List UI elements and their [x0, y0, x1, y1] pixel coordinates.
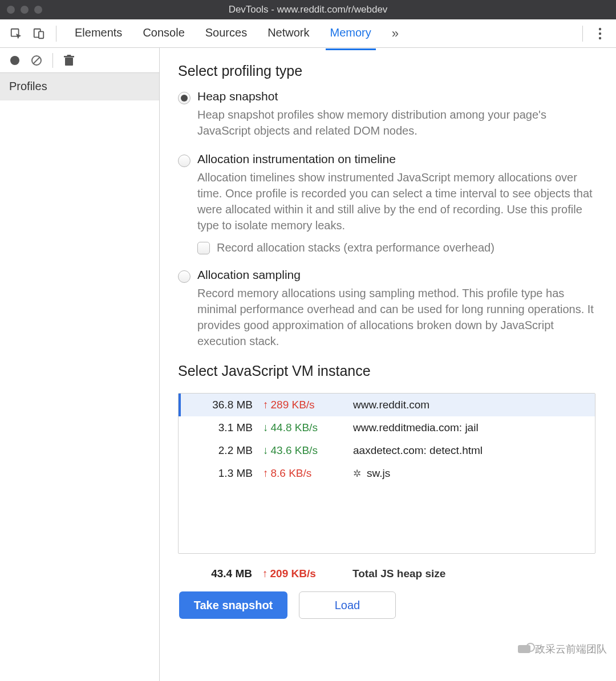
vm-size: 1.3 MB: [190, 467, 253, 480]
window-titlebar: DevTools - www.reddit.com/r/webdev: [0, 0, 616, 19]
svg-point-4: [599, 32, 601, 34]
record-stacks-label: Record allocation stacks (extra performa…: [217, 241, 495, 254]
panel-tabs: Elements Console Sources Network Memory …: [75, 21, 399, 47]
option-description: Heap snapshot profiles show memory distr…: [197, 107, 595, 139]
radio-heap[interactable]: [178, 92, 191, 104]
window-title: DevTools - www.reddit.com/r/webdev: [0, 4, 616, 15]
svg-point-5: [599, 37, 601, 39]
main-split: Profiles Select profiling type Heap snap…: [0, 48, 616, 681]
arrow-up-icon: ↑: [263, 467, 269, 480]
total-label: Total JS heap size: [352, 568, 586, 580]
vm-size: 2.2 MB: [190, 444, 253, 457]
option-title: Allocation instrumentation on timeline: [197, 152, 595, 166]
tab-sources[interactable]: Sources: [205, 21, 247, 47]
gear-icon: ✲: [353, 468, 361, 480]
clear-button[interactable]: [29, 52, 44, 68]
svg-point-6: [10, 56, 19, 65]
tab-memory[interactable]: Memory: [330, 21, 371, 47]
radio-timeline[interactable]: [178, 155, 191, 167]
watermark: 政采云前端团队: [518, 642, 607, 656]
vm-row[interactable]: 2.2 MB ↓43.6 KB/s aaxdetect.com: detect.…: [179, 439, 595, 462]
option-title: Allocation sampling: [197, 268, 595, 282]
arrow-down-icon: ↓: [263, 444, 269, 457]
profiles-category[interactable]: Profiles: [0, 73, 159, 100]
memory-panel-content: Select profiling type Heap snapshot Heap…: [160, 48, 616, 681]
chevron-double-right-icon: »: [392, 26, 399, 40]
vm-name: aaxdetect.com: detect.html: [353, 444, 586, 457]
vm-size: 36.8 MB: [190, 399, 253, 411]
toolbar-divider: [52, 53, 53, 68]
option-title: Heap snapshot: [197, 90, 595, 103]
devtools-tabbar: Elements Console Sources Network Memory …: [0, 19, 616, 48]
vm-heading: Select JavaScript VM instance: [178, 363, 595, 379]
profiling-option-heap[interactable]: Heap snapshot Heap snapshot profiles sho…: [178, 90, 595, 139]
svg-rect-9: [65, 58, 73, 66]
profiling-heading: Select profiling type: [178, 63, 595, 79]
profiling-option-timeline[interactable]: Allocation instrumentation on timeline A…: [178, 152, 595, 254]
vm-name: www.reddit.com: [353, 399, 586, 411]
profiles-sidebar: Profiles: [0, 48, 160, 681]
total-heap-row: 43.4 MB ↑209 KB/s Total JS heap size: [178, 564, 595, 583]
vm-name: ✲ sw.js: [353, 467, 586, 480]
toolbar-divider: [56, 26, 56, 42]
tab-console[interactable]: Console: [143, 21, 184, 47]
close-window-button[interactable]: [7, 6, 15, 14]
radio-sampling[interactable]: [178, 270, 191, 283]
record-stacks-row: Record allocation stacks (extra performa…: [197, 241, 595, 254]
vm-name: www.redditmedia.com: jail: [353, 421, 586, 434]
tab-elements[interactable]: Elements: [75, 21, 122, 47]
vm-rate: ↑289 KB/s: [263, 399, 343, 411]
arrow-up-icon: ↑: [262, 568, 268, 580]
arrow-down-icon: ↓: [263, 421, 269, 434]
vm-row[interactable]: 3.1 MB ↓44.8 KB/s www.redditmedia.com: j…: [179, 416, 595, 439]
profiles-toolbar: [0, 48, 159, 73]
vm-size: 3.1 MB: [190, 421, 253, 434]
device-icon[interactable]: [30, 23, 48, 44]
profiles-list: Profiles: [0, 73, 159, 681]
kebab-menu-button[interactable]: [591, 23, 609, 44]
action-buttons: Take snapshot Load: [178, 591, 595, 619]
vm-rate: ↑8.6 KB/s: [263, 467, 343, 480]
record-button[interactable]: [7, 52, 23, 68]
tab-network[interactable]: Network: [268, 21, 309, 47]
record-stacks-checkbox[interactable]: [197, 242, 210, 254]
svg-rect-11: [67, 55, 71, 56]
minimize-window-button[interactable]: [21, 6, 29, 14]
vm-rate: ↓44.8 KB/s: [263, 421, 343, 434]
option-description: Allocation timelines show instrumented J…: [197, 169, 595, 233]
option-description: Record memory allocations using sampling…: [197, 285, 595, 349]
delete-button[interactable]: [61, 52, 77, 68]
vm-row[interactable]: 36.8 MB ↑289 KB/s www.reddit.com: [179, 394, 595, 416]
svg-rect-2: [39, 31, 43, 38]
zoom-window-button[interactable]: [34, 6, 42, 14]
total-size: 43.4 MB: [189, 568, 252, 580]
vm-instance-table: 36.8 MB ↑289 KB/s www.reddit.com 3.1 MB …: [178, 393, 595, 554]
total-rate: ↑209 KB/s: [262, 568, 342, 580]
vm-rate: ↓43.6 KB/s: [263, 444, 343, 457]
tabs-overflow-button[interactable]: »: [392, 21, 399, 47]
vm-row[interactable]: 1.3 MB ↑8.6 KB/s ✲ sw.js: [179, 462, 595, 485]
wechat-icon: [518, 645, 530, 653]
take-snapshot-button[interactable]: Take snapshot: [179, 591, 287, 619]
load-button[interactable]: Load: [299, 591, 396, 619]
svg-line-8: [33, 57, 40, 64]
toolbar-divider: [582, 26, 583, 42]
traffic-lights: [7, 6, 42, 14]
arrow-up-icon: ↑: [263, 399, 269, 411]
inspect-icon[interactable]: [7, 23, 25, 44]
profiling-option-sampling[interactable]: Allocation sampling Record memory alloca…: [178, 268, 595, 349]
svg-point-3: [599, 27, 601, 30]
